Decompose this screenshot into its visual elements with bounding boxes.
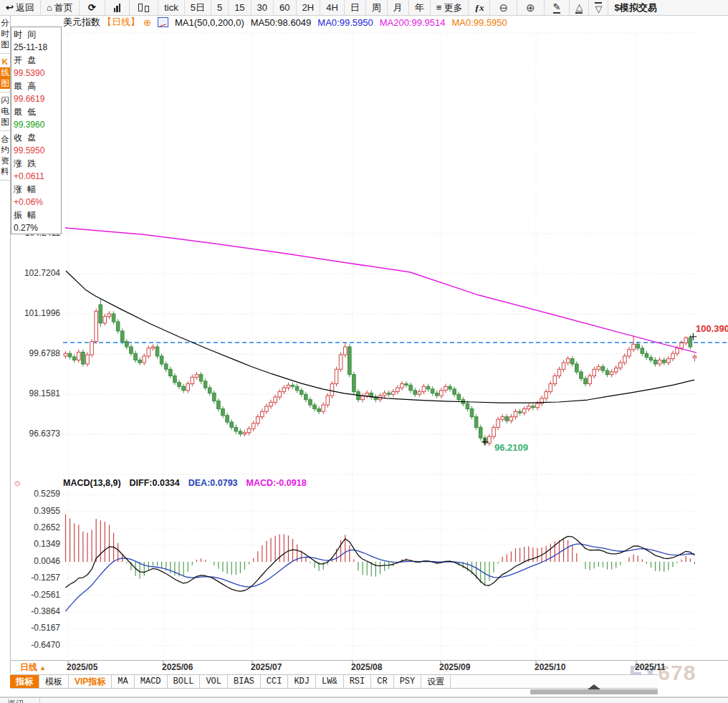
macd-tick: -0.3864	[6, 606, 60, 616]
triangle-up-small-icon: ▲	[39, 664, 46, 671]
candlestick-icon	[138, 3, 149, 12]
low-price-annotation: 96.2109	[494, 442, 528, 453]
divider	[39, 698, 40, 703]
interval-month-button[interactable]: 月	[388, 0, 409, 15]
news-tab[interactable]: 资讯	[7, 699, 24, 703]
pattern-down-button[interactable]: ▽	[589, 0, 608, 15]
pencil-icon: ✎	[553, 2, 561, 14]
chart-area[interactable]	[0, 0, 728, 703]
interval-15m-button[interactable]: 15	[229, 0, 251, 15]
macd-tick: -0.2561	[6, 590, 60, 600]
home-icon: ⌂	[47, 3, 52, 12]
bar-chart-button[interactable]	[105, 0, 130, 15]
more-button[interactable]: ≡更多	[431, 0, 469, 15]
mini-chart-icon[interactable]	[158, 17, 168, 27]
macd-tick: -0.5167	[6, 623, 60, 633]
home-button[interactable]: ⌂首页	[41, 0, 80, 15]
back-button[interactable]: ↩返回	[0, 0, 41, 15]
tab-settings[interactable]: 设置	[421, 675, 451, 688]
quote-low-label: 最 低	[14, 105, 61, 118]
interval-day-button[interactable]: 日	[345, 0, 366, 15]
interval-5d-button[interactable]: 5日	[185, 0, 211, 15]
macd-tick: -0.6470	[6, 640, 60, 650]
tab-indicator[interactable]: 指标	[10, 675, 39, 688]
interval-week-button[interactable]: 周	[366, 0, 388, 15]
tab-rsi[interactable]: RSI	[344, 675, 372, 688]
ma200-value: MA200:99.9514	[380, 17, 446, 28]
tab-template[interactable]: 模板	[39, 675, 69, 688]
quote-change-label: 涨 跌	[14, 157, 61, 170]
macd-tick: 0.0046	[6, 556, 60, 566]
refresh-button[interactable]: ⟳	[80, 0, 105, 15]
quote-open-label: 开 盘	[14, 54, 61, 67]
draw-button[interactable]: ✎	[545, 0, 570, 15]
tab-lw[interactable]: LW&	[316, 675, 344, 688]
tab-boll[interactable]: BOLL	[168, 675, 201, 688]
ma-settings-label: MA1(50,0,200,0)	[175, 17, 244, 28]
bottom-drag-handle[interactable]	[530, 689, 658, 694]
circle-plus-icon[interactable]: ⊕	[143, 17, 151, 28]
sidebar-tab-contract-info[interactable]: 合约资料	[0, 131, 10, 181]
tab-macd[interactable]: MACD	[135, 675, 168, 688]
price-tick: 98.1581	[6, 388, 60, 398]
ma0-blue-value: MA0:99.5950	[317, 17, 373, 28]
interval-year-button[interactable]: 年	[409, 0, 431, 15]
zoom-out-button[interactable]: ⊖	[490, 0, 517, 15]
candlestick-button[interactable]	[130, 0, 158, 15]
interval-60m-button[interactable]: 60	[274, 0, 296, 15]
bottom-news-bar: 资讯	[0, 697, 728, 703]
simulate-trade-button[interactable]: $模拟交易	[608, 0, 728, 15]
tab-psy[interactable]: PSY	[394, 675, 422, 688]
back-arrow-icon: ↩	[6, 3, 14, 12]
menu-icon: ≡	[436, 3, 442, 12]
tab-vip-indicator[interactable]: VIP指标	[69, 675, 112, 688]
ma50-value: MA50:98.6049	[251, 17, 312, 28]
macd-header: MACD(13,8,9) DIFF:0.0334 DEA:0.0793 MACD…	[63, 478, 307, 488]
macd-bar-value: MACD:-0.0918	[246, 478, 307, 488]
sidebar-tab-kline-chart[interactable]: K线图	[0, 54, 10, 92]
quote-change-value: +0.0611	[14, 170, 61, 183]
quote-low-value: 99.3960	[14, 118, 61, 131]
quote-high-label: 最 高	[14, 80, 61, 92]
quote-open-value: 99.5390	[14, 67, 61, 80]
tab-kdj[interactable]: KDJ	[288, 675, 316, 688]
symbol-name: 美元指数	[63, 16, 100, 29]
price-tick: 99.6788	[6, 348, 60, 358]
macd-tick: 0.2652	[6, 522, 60, 532]
interval-2h-button[interactable]: 2H	[297, 0, 321, 15]
macd-tick: -0.1257	[6, 573, 60, 583]
current-period-label[interactable]: 日线 ▲	[20, 661, 46, 674]
zoom-out-icon: ⊖	[499, 2, 508, 13]
macd-dea-value: DEA:0.0793	[188, 478, 238, 488]
interval-4h-button[interactable]: 4H	[320, 0, 345, 15]
x-axis-label: 2025/10	[535, 662, 565, 672]
indicator-fx-button[interactable]: ƒx	[469, 0, 490, 15]
sidebar-tab-flash-chart[interactable]: 闪电图	[0, 92, 10, 131]
tab-vol[interactable]: VOL	[200, 675, 228, 688]
pattern-up-button[interactable]: △	[570, 0, 589, 15]
quote-panel: 时 间 25-11-18 开 盘 99.5390 最 高 99.6619 最 低…	[11, 27, 62, 234]
indicator-tab-bar: 指标 模板 VIP指标 MA MACD BOLL VOL BIAS CCI KD…	[10, 674, 658, 689]
macd-tick: 0.5259	[6, 489, 60, 499]
indicator-settings-icon[interactable]: ☼	[13, 477, 22, 487]
x-axis-label: 2025/05	[67, 662, 97, 672]
interval-tick-button[interactable]: tick	[158, 0, 185, 15]
toolbar: ↩返回 ⌂首页 ⟳ tick 5日 5 15 30 60 2H 4H 日 周 月…	[0, 0, 728, 16]
zoom-in-button[interactable]: ⊕	[517, 0, 545, 15]
tab-cr[interactable]: CR	[371, 675, 393, 688]
tab-cci[interactable]: CCI	[261, 675, 289, 688]
refresh-icon: ⟳	[88, 3, 96, 12]
left-tab-strip: 分时图 K线图 闪电图 合约资料	[0, 15, 11, 674]
quote-high-value: 99.6619	[14, 92, 61, 105]
sidebar-tab-time-chart[interactable]: 分时图	[0, 15, 10, 54]
interval-5m-button[interactable]: 5	[211, 0, 229, 15]
tab-ma[interactable]: MA	[112, 675, 134, 688]
trading-app: ↩返回 ⌂首页 ⟳ tick 5日 5 15 30 60 2H 4H 日 周 月…	[0, 0, 728, 703]
interval-30m-button[interactable]: 30	[252, 0, 274, 15]
quote-amplitude-label: 振 幅	[14, 209, 61, 221]
x-axis-label: 2025/09	[439, 662, 470, 672]
tab-bias[interactable]: BIAS	[228, 675, 261, 688]
triangle-up-icon: △	[575, 2, 583, 14]
zoom-in-icon: ⊕	[526, 2, 535, 13]
quote-time-value: 25-11-18	[14, 41, 61, 54]
